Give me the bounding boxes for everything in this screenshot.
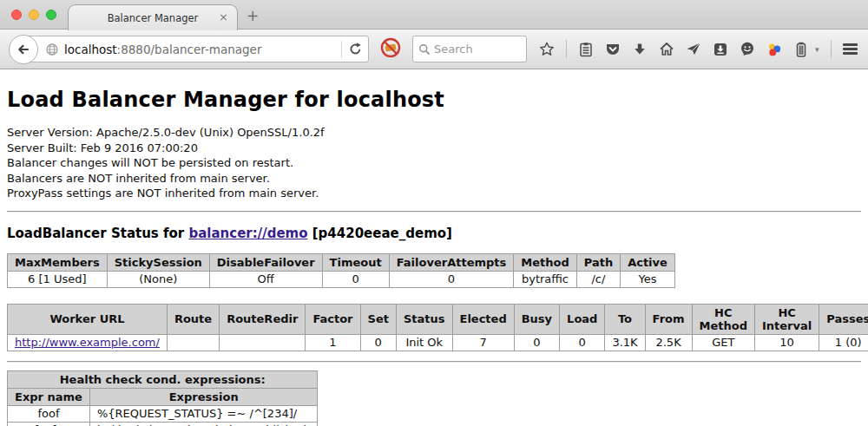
- menu-icon[interactable]: [843, 43, 858, 55]
- table-row: 6 [1 Used] (None) Off 0 0 bytraffic /c/ …: [8, 271, 675, 287]
- toolbar-separator: [566, 40, 567, 58]
- zoom-window-button[interactable]: [46, 10, 56, 20]
- column-header: Expr name: [8, 388, 90, 405]
- column-header: Timeout: [322, 253, 389, 271]
- health-check-table: Health check cond. expressions: Expr nam…: [7, 370, 318, 426]
- expr-name-cell: foof: [8, 405, 90, 422]
- column-header: MaxMembers: [8, 253, 108, 271]
- column-header: Load: [560, 304, 605, 334]
- expression-cell: hc('body') =~ /domain is established/: [89, 422, 318, 426]
- tab-balancer-manager[interactable]: Balancer Manager ×: [68, 4, 238, 30]
- worker-row: http://www.example.com/ 1 0 Init Ok 7 0 …: [8, 334, 868, 351]
- column-header: Worker URL: [8, 304, 168, 334]
- column-header: Status: [396, 304, 452, 334]
- reload-icon[interactable]: [348, 42, 363, 56]
- factor-cell: 1: [306, 334, 360, 351]
- column-header: Active: [621, 253, 675, 271]
- server-built-line: Server Built: Feb 9 2016 07:00:20: [7, 141, 861, 156]
- load-cell: 0: [560, 334, 605, 351]
- toolbar-icons: ▾: [539, 40, 868, 58]
- minimize-window-button[interactable]: [29, 10, 39, 20]
- home-icon[interactable]: [659, 42, 674, 57]
- send-icon[interactable]: [686, 42, 701, 57]
- bookmark-star-icon[interactable]: [539, 42, 555, 57]
- expression-cell: %{REQUEST_STATUS} =~ /^[234]/: [89, 405, 318, 422]
- notice-line: Balancers are NOT inherited from main se…: [7, 171, 861, 187]
- column-header: Route: [167, 304, 219, 334]
- plugin-blocked-icon[interactable]: [379, 36, 402, 62]
- chat-smiley-icon[interactable]: [740, 42, 755, 57]
- path-cell: /c/: [576, 271, 620, 287]
- column-header: Elected: [452, 304, 514, 334]
- column-header: RouteRedir: [220, 304, 306, 334]
- column-header: Method: [514, 253, 576, 271]
- battery-icon[interactable]: [793, 42, 809, 57]
- column-header: Busy: [514, 304, 559, 334]
- column-header: DisableFailover: [209, 253, 322, 271]
- table-row: foof2 hc('body') =~ /domain is establish…: [8, 422, 318, 426]
- tab-bar: Balancer Manager × +: [0, 0, 868, 29]
- to-cell: 3.1K: [605, 334, 645, 351]
- active-cell: Yes: [621, 271, 675, 287]
- set-cell: 0: [360, 334, 396, 351]
- column-header: StickySession: [107, 253, 209, 271]
- status-cell: Init Ok: [396, 334, 452, 351]
- page-title: Load Balancer Manager for localhost: [7, 69, 861, 112]
- expr-name-cell: foof2: [8, 422, 90, 426]
- toolbar-separator: [831, 40, 832, 58]
- tab-close-icon[interactable]: ×: [219, 11, 228, 23]
- passes-cell: 1 (0): [819, 334, 868, 351]
- navigation-toolbar: localhost:8880/balancer-manager: [0, 29, 868, 69]
- url-path: :8880/balancer-manager: [117, 43, 262, 56]
- status-heading-suffix: [p4420eeae_demo]: [308, 226, 452, 241]
- url-bar[interactable]: localhost:8880/balancer-manager: [23, 36, 369, 62]
- elected-cell: 7: [452, 334, 514, 351]
- column-header: HC Interval: [754, 304, 819, 334]
- disable-failover-cell: Off: [209, 271, 322, 287]
- back-button[interactable]: [9, 35, 38, 64]
- colored-dots-icon[interactable]: [766, 42, 782, 57]
- downloads-icon[interactable]: [713, 42, 728, 57]
- dropdown-caret-icon[interactable]: ▾: [815, 45, 819, 54]
- worker-status-table: Worker URL Route RouteRedir Factor Set S…: [7, 304, 868, 351]
- table-header-row: Expr name Expression: [8, 388, 318, 405]
- table-header-row: MaxMembers StickySession DisableFailover…: [8, 253, 675, 271]
- table-row: foof %{REQUEST_STATUS} =~ /^[234]/: [8, 405, 318, 422]
- from-cell: 2.5K: [645, 334, 692, 351]
- hc-method-cell: GET: [692, 334, 754, 351]
- status-heading-prefix: LoadBalancer Status for: [7, 226, 188, 241]
- table-header-row: Worker URL Route RouteRedir Factor Set S…: [8, 304, 868, 334]
- close-window-button[interactable]: [11, 10, 22, 20]
- health-table-caption: Health check cond. expressions:: [8, 370, 318, 388]
- column-header: FailoverAttempts: [389, 253, 514, 271]
- new-tab-button[interactable]: +: [247, 7, 259, 24]
- search-icon: [418, 43, 431, 56]
- section-divider: [7, 361, 861, 363]
- server-info: Server Version: Apache/2.5.0-dev (Unix) …: [7, 125, 861, 201]
- down-arrow-icon[interactable]: [632, 42, 648, 57]
- notice-line: Balancer changes will NOT be persisted o…: [7, 155, 861, 171]
- server-version-line: Server Version: Apache/2.5.0-dev (Unix) …: [7, 125, 861, 141]
- section-divider: [7, 211, 861, 213]
- column-header: HC Method: [692, 304, 754, 334]
- pocket-icon[interactable]: [605, 42, 621, 57]
- search-bar[interactable]: [412, 36, 527, 62]
- balancer-status-heading: LoadBalancer Status for balancer://demo …: [7, 226, 861, 241]
- timeout-cell: 0: [322, 271, 389, 287]
- table-caption-row: Health check cond. expressions:: [8, 370, 318, 388]
- url-divider: [341, 41, 342, 58]
- reading-list-icon[interactable]: [578, 42, 594, 57]
- search-input[interactable]: [434, 43, 512, 56]
- window-controls: [11, 10, 56, 20]
- column-header: To: [605, 304, 645, 334]
- column-header: Factor: [306, 304, 360, 334]
- column-header: Path: [576, 253, 620, 271]
- sticky-session-cell: (None): [107, 271, 209, 287]
- route-cell: [167, 334, 219, 351]
- url-text: localhost:8880/balancer-manager: [64, 43, 335, 56]
- browser-window: Balancer Manager × + localhost:8880/bala…: [0, 0, 868, 426]
- column-header: From: [645, 304, 692, 334]
- balancer-demo-link[interactable]: balancer://demo: [188, 226, 307, 241]
- back-arrow-icon: [16, 42, 31, 57]
- worker-url-link[interactable]: http://www.example.com/: [15, 336, 160, 349]
